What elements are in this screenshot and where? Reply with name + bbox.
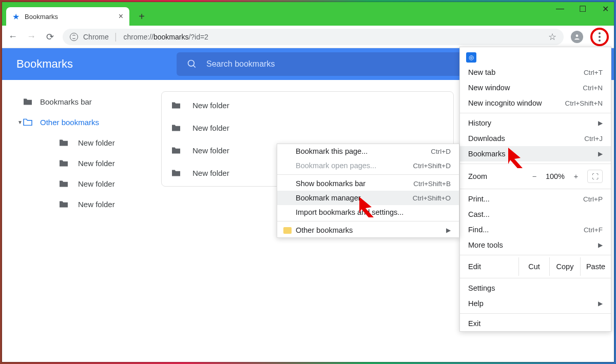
window-close-icon[interactable]: ✕ bbox=[600, 4, 611, 14]
sidebar-label: Other bookmarks bbox=[40, 118, 99, 127]
omnibox-prefix: chrome:// bbox=[124, 33, 153, 41]
chevron-right-icon: ▶ bbox=[598, 150, 603, 157]
search-placeholder: Search bookmarks bbox=[206, 59, 275, 69]
sidebar-item-other-bookmarks[interactable]: ▼ Other bookmarks bbox=[2, 112, 151, 132]
sidebar-label: Bookmarks bar bbox=[40, 97, 92, 106]
titlebar: ★ Bookmarks × + — ☐ ✕ bbox=[2, 2, 614, 26]
menu-help[interactable]: Help▶ bbox=[460, 296, 611, 311]
extension-icon[interactable]: ◎ bbox=[460, 47, 611, 65]
chevron-right-icon: ▶ bbox=[598, 300, 603, 307]
menu-new-tab[interactable]: New tabCtrl+T bbox=[460, 65, 611, 80]
forward-button[interactable]: → bbox=[26, 31, 37, 42]
reload-button[interactable]: ⟳ bbox=[44, 31, 55, 43]
zoom-minus-button[interactable]: − bbox=[528, 172, 541, 180]
list-item[interactable]: New folder bbox=[162, 116, 453, 139]
tab-title: Bookmarks bbox=[25, 13, 113, 21]
omnibox-scheme: Chrome bbox=[83, 33, 109, 41]
page-title: Bookmarks bbox=[2, 57, 177, 71]
bookmark-star-icon[interactable]: ☆ bbox=[548, 31, 556, 43]
submenu-bookmark-page[interactable]: Bookmark this page...Ctrl+D bbox=[277, 144, 459, 158]
chevron-right-icon: ▶ bbox=[598, 119, 603, 127]
submenu-bookmark-manager[interactable]: Bookmark managerCtrl+Shift+O bbox=[277, 191, 459, 205]
fullscreen-button[interactable]: ⛶ bbox=[587, 170, 603, 183]
omnibox-suffix: /?id=2 bbox=[188, 33, 208, 41]
menu-edit-row: Edit Cut Copy Paste bbox=[460, 257, 611, 276]
search-input[interactable]: Search bookmarks bbox=[177, 52, 464, 76]
browser-tab[interactable]: ★ Bookmarks × bbox=[6, 7, 129, 26]
menu-history[interactable]: History▶ bbox=[460, 115, 611, 131]
list-item-label: New folder bbox=[192, 124, 229, 132]
list-item-label: New folder bbox=[192, 101, 229, 110]
more-menu-button[interactable] bbox=[590, 28, 609, 46]
list-item[interactable]: New folder bbox=[162, 94, 453, 116]
chevron-down-icon[interactable]: ▼ bbox=[17, 119, 23, 125]
new-tab-button[interactable]: + bbox=[134, 9, 149, 24]
omnibox-separator: │ bbox=[114, 33, 119, 41]
svg-point-1 bbox=[188, 60, 195, 67]
tab-close-icon[interactable]: × bbox=[119, 12, 123, 21]
menu-exit[interactable]: Exit bbox=[460, 316, 611, 331]
submenu-other-bookmarks[interactable]: Other bookmarks▶ bbox=[277, 223, 459, 237]
folder-icon bbox=[283, 227, 292, 234]
menu-cast[interactable]: Cast... bbox=[460, 207, 611, 222]
sidebar-item-bookmarks-bar[interactable]: Bookmarks bar bbox=[2, 91, 151, 112]
menu-settings[interactable]: Settings bbox=[460, 280, 611, 296]
list-item-label: New folder bbox=[192, 146, 229, 155]
chevron-right-icon: ▶ bbox=[446, 227, 451, 234]
window-maximize-icon[interactable]: ☐ bbox=[577, 4, 588, 14]
sidebar-label: New folder bbox=[78, 138, 115, 147]
menu-paste[interactable]: Paste bbox=[580, 257, 611, 276]
bookmarks-submenu: Bookmark this page...Ctrl+D Bookmark ope… bbox=[277, 144, 459, 238]
zoom-plus-button[interactable]: + bbox=[570, 172, 582, 180]
main-menu: ◎ New tabCtrl+T New windowCtrl+N New inc… bbox=[459, 47, 611, 332]
highlight-circle bbox=[590, 28, 609, 46]
zoom-value: 100% bbox=[546, 172, 565, 180]
submenu-bookmark-open: Bookmark open pages...Ctrl+Shift+D bbox=[277, 158, 459, 173]
menu-cut[interactable]: Cut bbox=[518, 257, 549, 276]
menu-find[interactable]: Find...Ctrl+F bbox=[460, 222, 611, 237]
menu-downloads[interactable]: DownloadsCtrl+J bbox=[460, 131, 611, 146]
menu-new-window[interactable]: New windowCtrl+N bbox=[460, 80, 611, 95]
back-button[interactable]: ← bbox=[7, 31, 18, 42]
sidebar-item-folder[interactable]: New folder bbox=[2, 153, 151, 173]
omnibox-bold: bookmarks bbox=[153, 33, 188, 41]
svg-line-2 bbox=[194, 66, 196, 68]
sidebar-item-folder[interactable]: New folder bbox=[2, 132, 151, 153]
menu-copy[interactable]: Copy bbox=[549, 257, 580, 276]
sidebar-item-folder[interactable]: New folder bbox=[2, 173, 151, 194]
sidebar-label: New folder bbox=[78, 200, 115, 209]
window-minimize-icon[interactable]: — bbox=[554, 4, 566, 14]
chevron-right-icon: ▶ bbox=[598, 241, 603, 249]
menu-zoom: Zoom − 100% + ⛶ bbox=[460, 166, 611, 187]
submenu-import[interactable]: Import bookmarks and settings... bbox=[277, 205, 459, 219]
sidebar-item-folder[interactable]: New folder bbox=[2, 194, 151, 214]
star-icon: ★ bbox=[12, 12, 20, 22]
menu-bookmarks[interactable]: Bookmarks▶ bbox=[460, 146, 611, 161]
menu-print[interactable]: Print...Ctrl+P bbox=[460, 191, 611, 207]
menu-more-tools[interactable]: More tools▶ bbox=[460, 237, 611, 253]
address-bar: ← → ⟳ Chrome │ chrome://bookmarks/?id=2 … bbox=[2, 26, 614, 48]
omnibox[interactable]: Chrome │ chrome://bookmarks/?id=2 ☆ bbox=[63, 29, 564, 45]
svg-point-0 bbox=[576, 34, 579, 37]
menu-incognito[interactable]: New incognito windowCtrl+Shift+N bbox=[460, 95, 611, 111]
sidebar-label: New folder bbox=[78, 179, 115, 188]
submenu-show-bar[interactable]: Show bookmarks barCtrl+Shift+B bbox=[277, 176, 459, 191]
list-item-label: New folder bbox=[192, 169, 229, 177]
chrome-icon bbox=[70, 33, 78, 41]
sidebar: Bookmarks bar ▼ Other bookmarks New fold… bbox=[2, 80, 151, 362]
profile-avatar[interactable] bbox=[571, 31, 583, 43]
sidebar-label: New folder bbox=[78, 159, 115, 168]
